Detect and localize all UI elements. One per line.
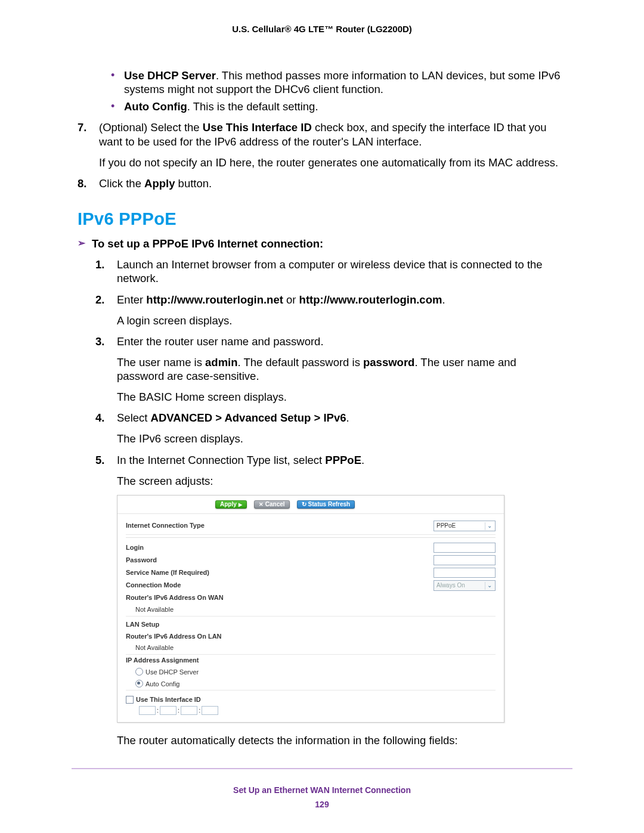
bullet-bold: Auto Config [124,100,187,113]
radio-option[interactable]: Auto Config [126,680,496,689]
row-auto-config: Auto Config [126,679,496,691]
step-4: 4. Select ADVANCED > Advanced Setup > IP… [95,411,566,445]
label: Router's IPv6 Address On LAN [126,632,496,642]
text: Enter [117,293,146,306]
interface-id-segment-input[interactable] [181,706,197,715]
text: Launch an Internet browser from a comput… [117,258,566,285]
text: . [346,411,349,424]
value: Not Available [126,643,496,653]
divider [126,537,496,538]
step-2: 2. Enter http://www.routerlogin.net or h… [95,293,566,327]
url-bold: http://www.routerlogin.com [299,293,442,306]
text: Click the [99,177,144,190]
page-header: U.S. Cellular® 4G LTE™ Router (LG2200D) [78,24,566,34]
step-number: 8. [78,176,86,190]
label: Login [126,543,434,553]
interface-id-segment-input[interactable] [139,706,156,715]
row-connection-mode: Connection Mode Always On ⌄ [126,579,496,592]
section-heading-ipv6-pppoe: IPv6 PPPoE [78,208,566,230]
service-name-input[interactable] [434,568,496,578]
text: button. [175,177,212,190]
row-login: Login [126,541,496,554]
text: . [442,293,445,306]
row-wan-address-label: Router's IPv6 Address On WAN [126,592,496,604]
text-bold: PPPoE [325,454,361,466]
apply-button[interactable]: Apply [215,500,247,509]
refresh-icon [302,501,306,509]
text: If you do not specify an ID here, the ro… [99,156,566,169]
row-internet-connection-type: Internet Connection Type PPPoE ⌄ [126,518,496,535]
text: . [361,454,364,466]
step-1: 1. Launch an Internet browser from a com… [95,258,566,285]
label: LAN Setup [126,620,496,630]
login-input[interactable] [434,543,496,553]
internet-connection-type-select[interactable]: PPPoE ⌄ [434,521,496,531]
step-5: 5. In the Internet Connection Type list,… [95,453,566,748]
label: Connection Mode [126,581,434,590]
interface-id-segment-input[interactable] [160,706,177,715]
select-value: PPPoE [436,522,456,530]
checkbox-option[interactable]: Use This Interface ID [126,695,496,705]
footer-divider [72,768,572,770]
row-service-name: Service Name (If Required) [126,566,496,579]
radio-option[interactable]: Use DHCP Server [126,668,496,677]
text: The BASIC Home screen displays. [117,390,566,404]
router-ui-screenshot: Apply Cancel Status Refresh Internet Con… [117,495,504,723]
step-number: 2. [95,293,104,306]
text-bold: Use This Interface ID [203,121,312,134]
row-use-interface-id: Use This Interface ID [126,690,496,706]
step-8: 8. Click the Apply button. [78,176,566,190]
password-input[interactable] [434,555,496,565]
bullet-bold: Use DHCP Server [124,69,216,82]
play-icon [239,501,242,509]
chevron-down-icon: ⌄ [485,582,494,590]
text: Enter the router user name and password. [117,335,566,348]
bullet-item: Use DHCP Server. This method passes more… [111,69,566,96]
procedure-steps: 1. Launch an Internet browser from a com… [78,258,566,747]
value: Not Available [126,605,496,615]
step-number: 1. [95,258,104,271]
text: or [283,293,299,306]
page-content: Use DHCP Server. This method passes more… [78,69,566,747]
text-bold: Apply [144,177,175,190]
bullet-item: Auto Config. This is the default setting… [111,100,566,113]
text: (Optional) Select the [99,121,203,134]
close-icon [259,501,264,509]
numbered-list-continued: 7. (Optional) Select the Use This Interf… [78,120,566,190]
row-wan-address-value: Not Available [126,604,496,617]
text-bold: password [363,356,414,368]
row-use-dhcp: Use DHCP Server [126,667,496,679]
step-number: 3. [95,335,104,348]
text: Select [117,411,151,424]
procedure-intro: To set up a PPPoE IPv6 Internet connecti… [78,237,566,250]
bullet-list: Use DHCP Server. This method passes more… [78,69,566,113]
toolbar: Apply Cancel Status Refresh [117,496,504,515]
text: In the Internet Connection Type list, se… [117,454,325,466]
row-lan-address-value: Not Available [126,642,496,655]
text: The screen adjusts: [117,474,566,488]
text-bold: admin [205,356,237,368]
interface-id-segment-input[interactable] [202,706,218,715]
checkbox-icon [126,696,134,704]
footer-title: Set Up an Ethernet WAN Internet Connecti… [0,785,644,795]
row-lan-address-label: Router's IPv6 Address On LAN [126,631,496,643]
text: . The default password is [238,356,363,368]
label: Service Name (If Required) [126,568,434,578]
cancel-button[interactable]: Cancel [254,500,290,509]
text: The router automatically detects the inf… [117,733,566,747]
radio-icon [135,680,143,688]
label: Router's IPv6 Address On WAN [126,593,496,603]
step-3: 3. Enter the router user name and passwo… [95,335,566,404]
status-refresh-button[interactable]: Status Refresh [297,500,355,509]
bullet-text: . This is the default setting. [187,100,318,113]
text: The user name is [117,356,205,368]
label: Internet Connection Type [126,521,434,531]
step-number: 5. [95,453,104,467]
connection-mode-select[interactable]: Always On ⌄ [434,580,496,591]
nav-path-bold: ADVANCED > Advanced Setup > IPv6 [151,411,346,424]
document-page: U.S. Cellular® 4G LTE™ Router (LG2200D) … [0,0,644,833]
page-number: 129 [0,800,644,809]
row-ip-assignment: IP Address Assignment [126,655,496,667]
select-value: Always On [436,582,465,590]
form-body: Internet Connection Type PPPoE ⌄ Login [117,514,504,722]
